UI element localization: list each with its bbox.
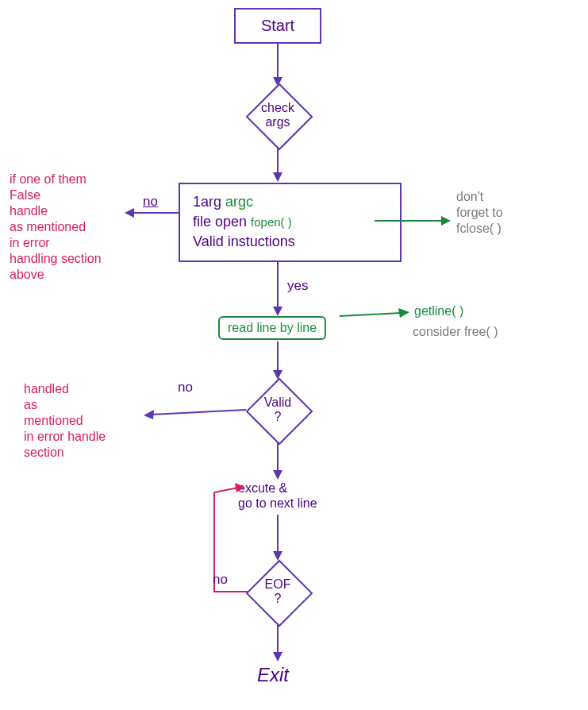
process-line1: 1arg argc bbox=[193, 192, 387, 212]
svg-marker-9 bbox=[273, 307, 282, 316]
start-node: Start bbox=[234, 8, 321, 44]
check-args-node: check args bbox=[246, 83, 309, 147]
process-line2-right: fopen( ) bbox=[251, 215, 292, 229]
svg-marker-22 bbox=[273, 652, 282, 662]
svg-marker-7 bbox=[441, 216, 451, 226]
readline-label: read line by line bbox=[228, 321, 317, 334]
start-label: Start bbox=[261, 17, 294, 35]
eof-label: EOF ? bbox=[246, 560, 309, 623]
eof-node: EOF ? bbox=[246, 560, 309, 623]
valid-no-label: no bbox=[178, 380, 193, 396]
valid-node: Valid ? bbox=[246, 378, 309, 442]
arrow-process-to-fclose bbox=[375, 213, 454, 229]
arrow-eof-to-exit bbox=[273, 623, 289, 663]
svg-marker-5 bbox=[125, 208, 134, 218]
arrow-check-to-process bbox=[273, 147, 289, 183]
free-annotation: consider free( ) bbox=[413, 324, 498, 340]
svg-marker-3 bbox=[273, 172, 282, 182]
process-line1-left: 1arg bbox=[193, 194, 221, 210]
svg-marker-20 bbox=[235, 483, 244, 492]
process-line2: file open fopen( ) bbox=[193, 212, 387, 232]
error-valid-annotation: handled as mentioned in error handle sec… bbox=[24, 381, 106, 461]
arrow-process-to-readline bbox=[273, 260, 289, 318]
process-yes-label: yes bbox=[287, 278, 308, 294]
fclose-annotation: don't forget to fclose( ) bbox=[456, 189, 503, 237]
process-line3: Valid instuctions bbox=[193, 232, 387, 252]
error-top-annotation: if one of them False handle as mentioned… bbox=[10, 172, 102, 283]
svg-marker-17 bbox=[273, 470, 282, 480]
readline-node: read line by line bbox=[218, 316, 326, 340]
flowchart-canvas: Start check args 1arg argc file open fop… bbox=[0, 0, 588, 710]
exit-node: Exit bbox=[257, 664, 289, 686]
svg-marker-11 bbox=[398, 308, 409, 318]
arrow-valid-no bbox=[139, 397, 250, 421]
svg-line-10 bbox=[340, 313, 402, 316]
arrow-valid-to-execute bbox=[273, 442, 289, 481]
svg-line-14 bbox=[151, 410, 246, 415]
getline-annotation: getline( ) bbox=[414, 303, 463, 319]
svg-marker-15 bbox=[144, 410, 154, 419]
process-line1-right: argc bbox=[225, 194, 253, 210]
eof-no-label: no bbox=[213, 572, 228, 588]
process-node: 1arg argc file open fopen( ) Valid instu… bbox=[179, 183, 402, 262]
check-args-label: check args bbox=[246, 83, 309, 147]
arrow-readline-to-valid bbox=[273, 341, 289, 381]
arrow-readline-to-getline bbox=[340, 308, 411, 324]
process-line2-left: file open bbox=[193, 214, 247, 230]
process-no-label: no bbox=[143, 194, 158, 210]
valid-label: Valid ? bbox=[246, 378, 309, 442]
arrow-start-to-check bbox=[273, 44, 289, 87]
arrow-execute-to-eof bbox=[273, 515, 289, 562]
